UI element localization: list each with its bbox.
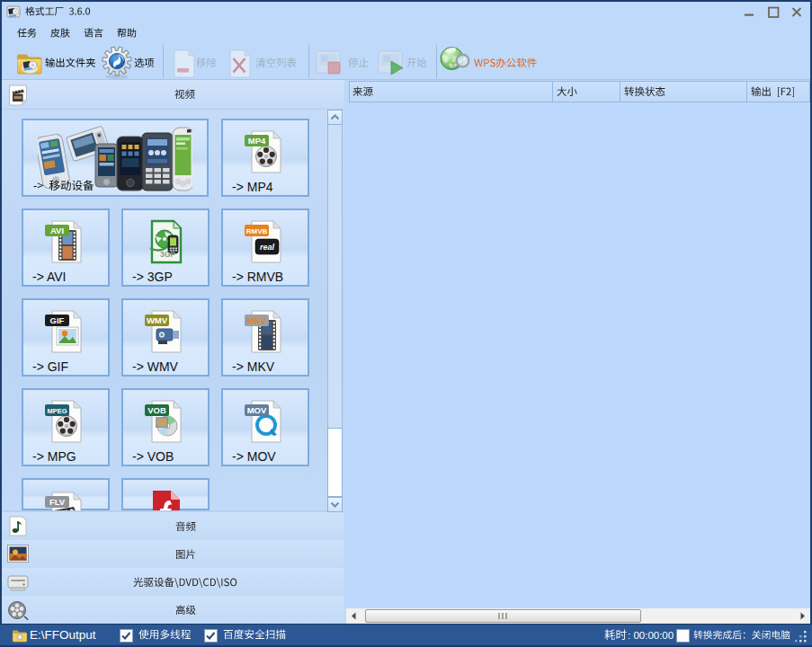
svg-text:MOV: MOV: [247, 405, 267, 415]
svg-text:3GP: 3GP: [160, 250, 175, 259]
svg-text:GIF: GIF: [50, 315, 65, 325]
svg-text:real: real: [260, 243, 275, 252]
svg-text:MP4: MP4: [248, 136, 266, 146]
svg-text:MKV: MKV: [247, 315, 267, 325]
svg-text:RMVB: RMVB: [246, 227, 268, 235]
svg-text:MPEG: MPEG: [47, 407, 67, 415]
svg-text:VOB: VOB: [147, 405, 166, 415]
svg-text:WMV: WMV: [147, 315, 168, 325]
svg-text:AVI: AVI: [50, 226, 64, 235]
svg-text:FLV: FLV: [49, 497, 66, 507]
